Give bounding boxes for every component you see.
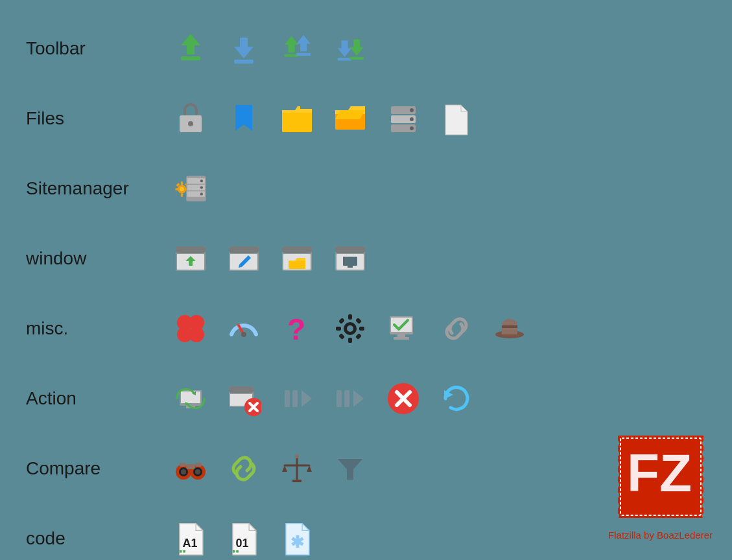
icons-misc: ? [169,307,532,351]
label-toolbar: Toolbar [26,38,169,59]
svg-point-34 [200,186,203,189]
action-reconnect-icon [169,377,213,421]
svg-rect-37 [176,246,206,253]
svg-marker-90 [353,390,364,407]
code-01-icon: 01 [222,517,266,560]
icons-files [169,97,478,141]
svg-rect-60 [348,314,352,320]
sitemanager-gear-icon [169,167,213,211]
bookmark-icon [222,97,266,141]
svg-marker-4 [285,36,299,52]
svg-rect-51 [348,266,353,268]
svg-rect-73 [502,325,517,328]
compare-scale-icon [275,447,319,491]
svg-point-150 [632,519,640,527]
upload-arrow-icon [169,27,213,71]
svg-point-33 [200,180,203,182]
label-window: window [26,248,169,269]
svg-point-156 [694,519,702,527]
svg-marker-2 [234,38,254,58]
svg-point-130 [611,502,619,509]
upload-double-arrow-icon [275,27,319,71]
row-compare: Compare [26,439,706,498]
svg-rect-45 [282,246,312,253]
svg-marker-0 [181,34,200,54]
svg-point-100 [181,469,186,474]
filezilla-logo: FZ [608,426,713,541]
svg-point-142 [632,426,640,434]
action-pause-resume-icon [275,377,319,421]
svg-point-107 [295,454,299,458]
svg-marker-6 [296,35,311,51]
svg-rect-80 [229,386,254,393]
drive-icon [381,97,425,141]
svg-rect-70 [397,334,405,337]
window-monitor-icon [328,237,372,281]
row-misc: misc. ? [26,299,706,358]
svg-rect-106 [292,480,301,482]
svg-point-55 [189,327,204,342]
icons-compare [169,447,372,491]
svg-point-155 [684,519,692,527]
folder-open-icon [328,97,372,141]
row-code: code A1 01 [26,509,706,560]
svg-rect-103 [195,463,202,467]
svg-rect-25 [175,188,178,190]
svg-marker-108 [338,459,362,480]
svg-point-139 [702,502,710,509]
window-edit-icon [222,237,266,281]
svg-point-131 [611,512,619,520]
icons-window [169,237,372,281]
row-files: Files [26,89,706,148]
svg-point-132 [702,429,710,437]
svg-rect-62 [336,327,341,331]
svg-point-151 [643,519,650,527]
svg-rect-61 [348,338,352,343]
filezilla-credit: Flatzilla by BoazLederer [608,530,713,541]
svg-point-20 [410,126,414,130]
svg-rect-1 [181,56,200,60]
svg-point-134 [702,450,710,458]
blank-file-icon [434,97,478,141]
svg-point-145 [663,426,671,434]
svg-point-129 [611,491,619,499]
svg-rect-111 [183,550,185,553]
svg-point-135 [702,460,710,468]
svg-rect-102 [180,463,186,467]
svg-rect-63 [359,327,364,331]
lock-file-icon [169,97,213,141]
svg-rect-23 [181,181,183,185]
window-folder-icon [275,237,319,281]
code-a1-icon: A1 [169,517,213,560]
misc-question-icon: ? [275,307,319,351]
svg-point-138 [702,491,710,499]
code-asterisk-icon: ✱ [275,517,319,560]
svg-point-19 [410,117,414,121]
misc-gear-icon [328,307,372,351]
svg-point-59 [347,325,353,332]
row-window: window [26,229,706,288]
svg-point-144 [653,426,661,434]
svg-point-101 [195,469,200,474]
svg-marker-8 [338,40,352,56]
row-sitemanager: Sitemanager [26,159,706,218]
svg-text:01: 01 [235,537,248,550]
svg-rect-67 [355,333,362,340]
svg-point-126 [611,460,619,468]
svg-point-140 [702,512,710,520]
icons-sitemanager [169,167,213,211]
compare-filter-icon [328,447,372,491]
svg-rect-88 [336,390,342,407]
misc-check-icon [381,307,425,351]
label-misc: misc. [26,318,169,339]
svg-point-133 [702,439,710,447]
compare-binoculars-icon [169,447,213,491]
label-code: code [26,528,169,549]
svg-point-147 [684,426,692,434]
svg-text:FZ: FZ [627,443,692,502]
svg-rect-48 [335,246,365,253]
svg-rect-66 [338,333,345,340]
svg-rect-114 [236,550,239,553]
svg-point-18 [410,108,414,112]
window-upload-icon [169,237,213,281]
